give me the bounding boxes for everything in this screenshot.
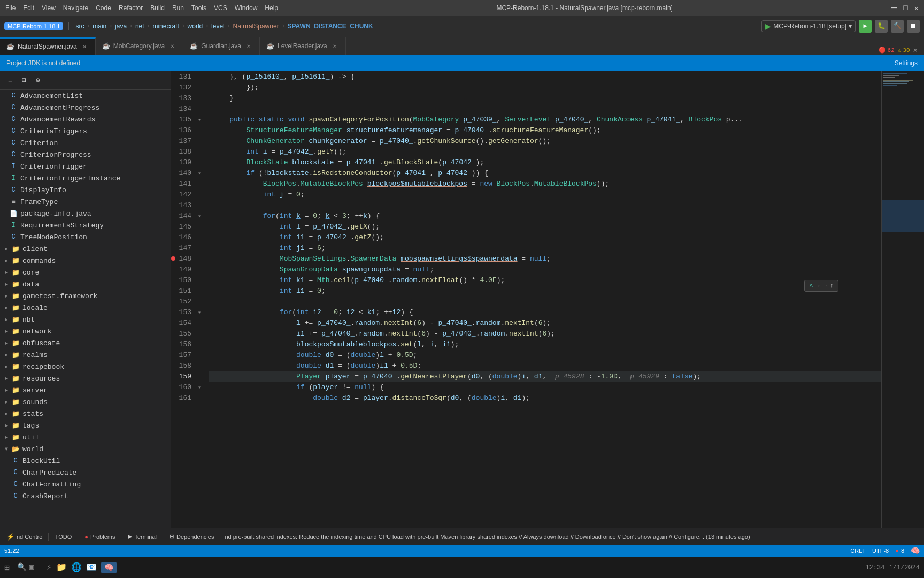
sidebar-item-stats[interactable]: ▶ 📁 stats [0,408,171,420]
notification-settings[interactable]: Settings [895,59,918,67]
tab-levelreader[interactable]: ☕ LevelReader.java ✕ [260,37,346,55]
tree-item-charpredicate[interactable]: C CharPredicate [0,467,171,478]
expand-all-btn[interactable]: ⊞ [18,74,30,86]
tree-item-blockutil[interactable]: C BlockUtil [0,455,171,467]
tree-item-criterion[interactable]: C Criterion [0,137,171,149]
menu-build[interactable]: Build [150,4,165,12]
sidebar-item-realms[interactable]: ▶ 📁 realms [0,349,171,361]
tree-item-criterionprogress[interactable]: C CriterionProgress [0,149,171,161]
bottom-tab-terminal[interactable]: ▶ Terminal [126,533,159,540]
sidebar-item-recipebook[interactable]: ▶ 📁 recipebook [0,361,171,372]
status-position[interactable]: 51:22 [4,547,19,554]
taskbar-app-4[interactable]: 📧 [86,562,97,573]
sidebar-item-data[interactable]: ▶ 📁 data [0,278,171,290]
tab-levelreader-close[interactable]: ✕ [330,42,339,50]
tab-guardian[interactable]: ☕ Guardian.java ✕ [183,37,260,55]
sidebar-item-locale[interactable]: ▶ 📁 locale [0,302,171,314]
tree-item-criteriontrigger[interactable]: I CriterionTrigger [0,161,171,172]
collapse-all-btn[interactable]: ≡ [4,74,16,86]
sidebar-item-commands[interactable]: ▶ 📁 commands [0,255,171,267]
code-editor[interactable]: 131 }, (p_151610_, p_151611_) -> { 132 }… [171,71,881,528]
tab-naturalspawner[interactable]: ☕ NaturalSpawner.java ✕ [0,37,96,55]
tab-mobcategory[interactable]: ☕ MobCategory.java ✕ [96,37,184,55]
breadcrumb-minecraft[interactable]: minecraft [152,22,179,30]
close-editor-icon[interactable]: ✕ [913,45,918,55]
sidebar-item-world[interactable]: ▼ 📂 world [0,443,171,455]
sidebar-item-sounds[interactable]: ▶ 📁 sounds [0,396,171,408]
status-line-ending[interactable]: CRLF [850,547,866,554]
close-btn[interactable]: ✕ [914,4,919,13]
run-config-dropdown[interactable]: ▶ MCP-Reborn-1.18 [setup] ▾ [761,20,856,32]
tree-item-advancementlist[interactable]: C AdvancementList [0,90,171,102]
tab-naturalspawner-close[interactable]: ✕ [80,42,89,51]
sidebar-item-gametest[interactable]: ▶ 📁 gametest.framework [0,290,171,302]
sidebar-item-resources[interactable]: ▶ 📁 resources [0,372,171,384]
sidebar-settings-btn[interactable]: ⚙ [32,74,44,86]
bottom-tab-todo[interactable]: TODO [53,533,74,540]
taskbar-app-3[interactable]: 🌐 [71,562,82,573]
breadcrumb-class[interactable]: NaturalSpawner [233,22,279,30]
menu-edit[interactable]: Edit [23,4,34,12]
tab-guardian-close[interactable]: ✕ [244,42,253,50]
tree-item-criteriontriggerinstance[interactable]: I CriterionTriggerInstance [0,172,171,184]
tree-item-criteriatriggers[interactable]: C CriteriaTriggers [0,125,171,137]
bottom-tab-problems[interactable]: ● Problems [82,533,117,540]
taskbar-intellij-app[interactable]: 🧠 [101,562,117,573]
tree-item-crashreport[interactable]: C CrashReport [0,490,171,502]
sidebar-item-network[interactable]: ▶ 📁 network [0,325,171,337]
fold-icon-160[interactable]: ▾ [198,385,201,391]
menu-file[interactable]: File [5,4,16,12]
tree-item-displayinfo[interactable]: C DisplayInfo [0,184,171,196]
sidebar-minus-btn[interactable]: − [155,74,166,86]
breadcrumb-world[interactable]: world [188,22,203,30]
tree-item-chatformatting[interactable]: C ChatFormatting [0,478,171,490]
breadcrumb-main[interactable]: main [93,22,106,30]
sidebar-item-tags[interactable]: ▶ 📁 tags [0,420,171,431]
menu-view[interactable]: View [42,4,56,12]
menu-vcs[interactable]: VCS [214,4,227,12]
sidebar-item-nbt[interactable]: ▶ 📁 nbt [0,314,171,325]
menu-window[interactable]: Window [235,4,258,12]
run-button[interactable]: ▶ [859,20,872,33]
breadcrumb-src[interactable]: src [75,22,84,30]
breadcrumb-member[interactable]: SPAWN_DISTANCE_CHUNK [287,22,373,30]
stop-button[interactable]: ⏹ [907,20,920,33]
tree-item-packageinfo[interactable]: 📄 package-info.java [0,208,171,219]
sidebar-item-util[interactable]: ▶ 📁 util [0,431,171,443]
taskbar-search-btn[interactable]: 🔍 [17,562,26,573]
menu-run[interactable]: Run [172,4,184,12]
breadcrumb-net[interactable]: net [135,22,144,30]
debug-button[interactable]: 🐛 [875,20,888,33]
menu-tools[interactable]: Tools [191,4,206,12]
fold-icon-153[interactable]: ▾ [198,310,201,316]
status-errors[interactable]: ● 8 [895,547,904,554]
tab-mobcategory-close[interactable]: ✕ [168,42,176,50]
minimize-btn[interactable]: ─ [891,3,897,13]
breadcrumb-java[interactable]: java [115,22,127,30]
build-button[interactable]: 🔨 [891,20,904,33]
maximize-btn[interactable]: □ [903,4,907,12]
tree-item-treenodeposition[interactable]: C TreeNodePosition [0,231,171,243]
menu-refactor[interactable]: Refactor [119,4,143,12]
fold-icon-135[interactable]: ▾ [198,117,201,123]
bottom-tab-dependencies[interactable]: ⊞ Dependencies [167,533,216,540]
sidebar-item-server[interactable]: ▶ 📁 server [0,384,171,396]
tree-item-frametype[interactable]: ≡ FrameType [0,196,171,208]
tree-item-requirementsstrategy[interactable]: I RequirementsStrategy [0,219,171,231]
fold-icon-140[interactable]: ▾ [198,171,201,177]
taskbar-app-2[interactable]: 📁 [56,562,67,573]
breadcrumb-level[interactable]: level [211,22,225,30]
taskbar-task-btn[interactable]: ▣ [29,562,34,573]
menu-help[interactable]: Help [265,4,278,12]
sidebar-item-client[interactable]: ▶ 📁 client [0,243,171,255]
taskbar-start-btn[interactable]: ⊞ [4,562,10,573]
menu-code[interactable]: Code [96,4,111,12]
status-encoding[interactable]: UTF-8 [872,547,889,554]
taskbar-app-1[interactable]: ⚡ [47,562,52,573]
menu-navigate[interactable]: Navigate [63,4,88,12]
sidebar-item-obfuscate[interactable]: ▶ 📁 obfuscate [0,337,171,349]
tree-item-advancementprogress[interactable]: C AdvancementProgress [0,102,171,113]
tree-item-advancementrewards[interactable]: C AdvancementRewards [0,113,171,125]
sidebar-item-core[interactable]: ▶ 📁 core [0,267,171,278]
fold-icon-144[interactable]: ▾ [198,214,201,219]
